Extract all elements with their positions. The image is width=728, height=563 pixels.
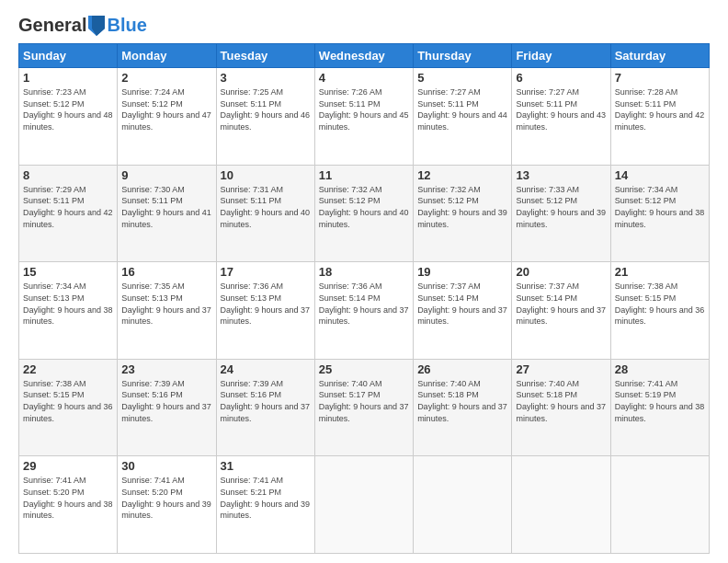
day-cell-3: 3 Sunrise: 7:25 AMSunset: 5:11 PMDayligh… xyxy=(216,68,314,166)
day-cell-18: 18 Sunrise: 7:36 AMSunset: 5:14 PMDaylig… xyxy=(314,262,413,360)
week-row-4: 29 Sunrise: 7:41 AMSunset: 5:20 PMDaylig… xyxy=(19,456,710,554)
day-number: 6 xyxy=(516,71,606,85)
page: General Blue SundayMondayTuesdayWednesda… xyxy=(0,0,728,563)
day-number: 30 xyxy=(121,459,211,473)
day-cell-11: 11 Sunrise: 7:32 AMSunset: 5:12 PMDaylig… xyxy=(314,165,413,262)
day-info: Sunrise: 7:36 AMSunset: 5:13 PMDaylight:… xyxy=(221,282,311,326)
day-cell-25: 25 Sunrise: 7:40 AMSunset: 5:17 PMDaylig… xyxy=(314,359,413,456)
logo: General Blue xyxy=(18,15,147,36)
day-cell-30: 30 Sunrise: 7:41 AMSunset: 5:20 PMDaylig… xyxy=(118,456,216,554)
weekday-monday: Monday xyxy=(118,44,216,68)
day-cell-9: 9 Sunrise: 7:30 AMSunset: 5:11 PMDayligh… xyxy=(118,165,216,262)
day-info: Sunrise: 7:28 AMSunset: 5:11 PMDaylight:… xyxy=(615,87,705,132)
day-cell-2: 2 Sunrise: 7:24 AMSunset: 5:12 PMDayligh… xyxy=(118,68,216,166)
weekday-header: SundayMondayTuesdayWednesdayThursdayFrid… xyxy=(19,44,710,68)
day-cell-5: 5 Sunrise: 7:27 AMSunset: 5:11 PMDayligh… xyxy=(414,68,512,166)
weekday-saturday: Saturday xyxy=(610,44,709,68)
day-info: Sunrise: 7:39 AMSunset: 5:16 PMDaylight:… xyxy=(121,379,211,423)
day-number: 31 xyxy=(221,459,311,473)
day-cell-10: 10 Sunrise: 7:31 AMSunset: 5:11 PMDaylig… xyxy=(216,165,314,262)
day-number: 25 xyxy=(319,362,409,376)
day-info: Sunrise: 7:30 AMSunset: 5:11 PMDaylight:… xyxy=(121,185,211,229)
day-number: 21 xyxy=(615,265,705,279)
day-info: Sunrise: 7:24 AMSunset: 5:12 PMDaylight:… xyxy=(121,87,211,132)
day-info: Sunrise: 7:27 AMSunset: 5:11 PMDaylight:… xyxy=(417,87,507,132)
week-row-0: 1 Sunrise: 7:23 AMSunset: 5:12 PMDayligh… xyxy=(19,68,710,166)
day-number: 23 xyxy=(121,362,211,376)
day-cell-6: 6 Sunrise: 7:27 AMSunset: 5:11 PMDayligh… xyxy=(512,68,610,166)
day-info: Sunrise: 7:33 AMSunset: 5:12 PMDaylight:… xyxy=(516,185,606,229)
day-number: 17 xyxy=(221,265,311,279)
day-cell-12: 12 Sunrise: 7:32 AMSunset: 5:12 PMDaylig… xyxy=(414,165,512,262)
day-cell-8: 8 Sunrise: 7:29 AMSunset: 5:11 PMDayligh… xyxy=(19,165,118,262)
day-info: Sunrise: 7:41 AMSunset: 5:20 PMDaylight:… xyxy=(121,476,211,520)
day-number: 15 xyxy=(23,265,113,279)
day-info: Sunrise: 7:38 AMSunset: 5:15 PMDaylight:… xyxy=(615,282,705,326)
day-cell-31: 31 Sunrise: 7:41 AMSunset: 5:21 PMDaylig… xyxy=(216,456,314,554)
day-info: Sunrise: 7:38 AMSunset: 5:15 PMDaylight:… xyxy=(23,379,113,423)
day-cell-21: 21 Sunrise: 7:38 AMSunset: 5:15 PMDaylig… xyxy=(610,262,709,360)
day-cell-7: 7 Sunrise: 7:28 AMSunset: 5:11 PMDayligh… xyxy=(610,68,709,166)
day-number: 8 xyxy=(23,168,113,182)
day-cell-24: 24 Sunrise: 7:39 AMSunset: 5:16 PMDaylig… xyxy=(216,359,314,456)
day-number: 22 xyxy=(23,362,113,376)
day-info: Sunrise: 7:34 AMSunset: 5:13 PMDaylight:… xyxy=(23,282,113,326)
day-number: 9 xyxy=(121,168,211,182)
day-info: Sunrise: 7:40 AMSunset: 5:17 PMDaylight:… xyxy=(319,379,409,423)
day-cell-27: 27 Sunrise: 7:40 AMSunset: 5:18 PMDaylig… xyxy=(512,359,610,456)
day-number: 18 xyxy=(319,265,409,279)
day-info: Sunrise: 7:32 AMSunset: 5:12 PMDaylight:… xyxy=(417,185,507,229)
day-number: 10 xyxy=(221,168,311,182)
day-number: 2 xyxy=(121,71,211,85)
day-number: 26 xyxy=(417,362,507,376)
day-info: Sunrise: 7:27 AMSunset: 5:11 PMDaylight:… xyxy=(516,87,606,132)
day-number: 7 xyxy=(615,71,705,85)
day-cell-26: 26 Sunrise: 7:40 AMSunset: 5:18 PMDaylig… xyxy=(414,359,512,456)
day-cell-28: 28 Sunrise: 7:41 AMSunset: 5:19 PMDaylig… xyxy=(610,359,709,456)
logo-icon xyxy=(88,16,105,36)
day-info: Sunrise: 7:39 AMSunset: 5:16 PMDaylight:… xyxy=(221,379,311,423)
day-number: 16 xyxy=(121,265,211,279)
day-number: 27 xyxy=(516,362,606,376)
day-cell-17: 17 Sunrise: 7:36 AMSunset: 5:13 PMDaylig… xyxy=(216,262,314,360)
weekday-tuesday: Tuesday xyxy=(216,44,314,68)
calendar-body: 1 Sunrise: 7:23 AMSunset: 5:12 PMDayligh… xyxy=(19,68,710,554)
day-cell-15: 15 Sunrise: 7:34 AMSunset: 5:13 PMDaylig… xyxy=(19,262,118,360)
day-info: Sunrise: 7:41 AMSunset: 5:21 PMDaylight:… xyxy=(221,476,311,520)
weekday-wednesday: Wednesday xyxy=(314,44,413,68)
day-cell-1: 1 Sunrise: 7:23 AMSunset: 5:12 PMDayligh… xyxy=(19,68,118,166)
day-number: 5 xyxy=(417,71,507,85)
logo-general: General xyxy=(18,15,86,36)
empty-cell xyxy=(512,456,610,554)
weekday-thursday: Thursday xyxy=(414,44,512,68)
day-number: 24 xyxy=(221,362,311,376)
day-number: 29 xyxy=(23,459,113,473)
day-number: 20 xyxy=(516,265,606,279)
week-row-1: 8 Sunrise: 7:29 AMSunset: 5:11 PMDayligh… xyxy=(19,165,710,262)
day-number: 4 xyxy=(319,71,409,85)
day-number: 19 xyxy=(417,265,507,279)
day-info: Sunrise: 7:25 AMSunset: 5:11 PMDaylight:… xyxy=(221,87,311,132)
day-info: Sunrise: 7:32 AMSunset: 5:12 PMDaylight:… xyxy=(319,185,409,229)
day-info: Sunrise: 7:31 AMSunset: 5:11 PMDaylight:… xyxy=(221,185,311,229)
day-info: Sunrise: 7:41 AMSunset: 5:19 PMDaylight:… xyxy=(615,379,705,423)
day-info: Sunrise: 7:34 AMSunset: 5:12 PMDaylight:… xyxy=(615,185,705,229)
day-info: Sunrise: 7:40 AMSunset: 5:18 PMDaylight:… xyxy=(417,379,507,423)
empty-cell xyxy=(314,456,413,554)
day-number: 28 xyxy=(615,362,705,376)
day-cell-29: 29 Sunrise: 7:41 AMSunset: 5:20 PMDaylig… xyxy=(19,456,118,554)
day-cell-23: 23 Sunrise: 7:39 AMSunset: 5:16 PMDaylig… xyxy=(118,359,216,456)
day-cell-20: 20 Sunrise: 7:37 AMSunset: 5:14 PMDaylig… xyxy=(512,262,610,360)
day-cell-4: 4 Sunrise: 7:26 AMSunset: 5:11 PMDayligh… xyxy=(314,68,413,166)
day-number: 3 xyxy=(221,71,311,85)
empty-cell xyxy=(414,456,512,554)
day-info: Sunrise: 7:41 AMSunset: 5:20 PMDaylight:… xyxy=(23,476,113,520)
day-info: Sunrise: 7:35 AMSunset: 5:13 PMDaylight:… xyxy=(121,282,211,326)
day-info: Sunrise: 7:37 AMSunset: 5:14 PMDaylight:… xyxy=(516,282,606,326)
weekday-friday: Friday xyxy=(512,44,610,68)
weekday-sunday: Sunday xyxy=(19,44,118,68)
day-info: Sunrise: 7:37 AMSunset: 5:14 PMDaylight:… xyxy=(417,282,507,326)
day-info: Sunrise: 7:29 AMSunset: 5:11 PMDaylight:… xyxy=(23,185,113,229)
day-info: Sunrise: 7:23 AMSunset: 5:12 PMDaylight:… xyxy=(23,87,113,132)
empty-cell xyxy=(610,456,709,554)
